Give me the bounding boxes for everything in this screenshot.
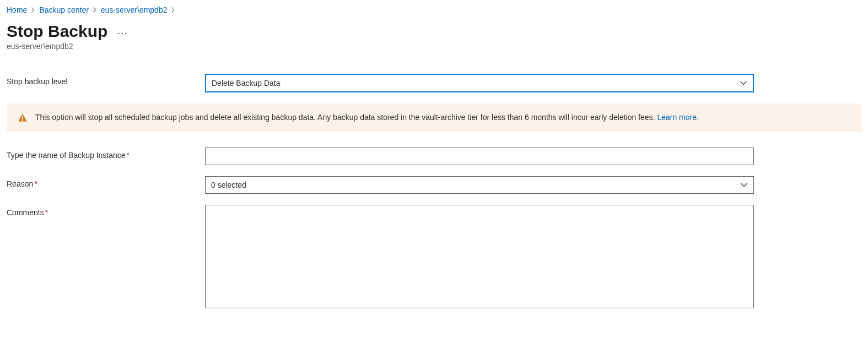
breadcrumb-resource-link[interactable]: eus-server\empdb2 xyxy=(101,6,168,14)
stop-backup-level-dropdown[interactable]: Delete Backup Data xyxy=(205,74,754,92)
breadcrumb-home-link[interactable]: Home xyxy=(7,6,27,14)
reason-dropdown[interactable]: 0 selected xyxy=(205,176,754,194)
svg-rect-1 xyxy=(22,119,23,121)
comments-label: Comments* xyxy=(7,205,205,217)
reason-value: 0 selected xyxy=(211,181,740,189)
required-indicator: * xyxy=(34,179,37,188)
chevron-right-icon xyxy=(30,6,36,14)
instance-name-input[interactable] xyxy=(205,148,754,165)
warning-message: This option will stop all scheduled back… xyxy=(35,113,657,122)
warning-text: This option will stop all scheduled back… xyxy=(35,112,699,123)
comments-textarea[interactable] xyxy=(205,205,754,308)
more-actions-button[interactable]: ··· xyxy=(117,24,127,39)
stop-backup-level-value: Delete Backup Data xyxy=(212,79,740,88)
warning-alert: This option will stop all scheduled back… xyxy=(7,103,861,132)
stop-backup-level-label: Stop backup level xyxy=(7,74,205,86)
svg-rect-0 xyxy=(22,116,23,119)
chevron-right-icon xyxy=(170,6,176,14)
breadcrumb-backup-center-link[interactable]: Backup center xyxy=(39,6,89,14)
required-indicator: * xyxy=(45,208,48,217)
page-title: Stop Backup xyxy=(7,22,107,41)
breadcrumb: Home Backup center eus-server\empdb2 xyxy=(7,6,861,14)
page-subtitle: eus-server\empdb2 xyxy=(7,42,861,51)
required-indicator: * xyxy=(127,151,130,160)
reason-label: Reason* xyxy=(7,176,205,188)
warning-icon xyxy=(18,113,28,123)
chevron-down-icon xyxy=(740,79,747,87)
instance-name-label: Type the name of Backup Instance* xyxy=(7,148,205,160)
chevron-down-icon xyxy=(740,181,748,189)
title-row: Stop Backup ··· xyxy=(7,22,861,41)
chevron-right-icon xyxy=(92,6,98,14)
learn-more-link[interactable]: Learn more. xyxy=(657,113,698,122)
